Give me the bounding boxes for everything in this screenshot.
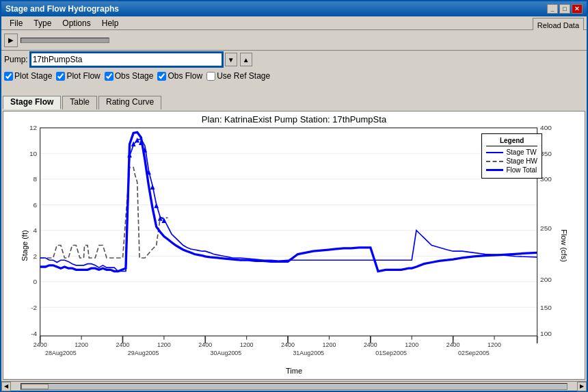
- svg-text:28Aug2005: 28Aug2005: [45, 350, 77, 356]
- svg-text:200: 200: [540, 276, 552, 283]
- play-button[interactable]: ▶: [4, 34, 18, 47]
- main-window: Stage and Flow Hydrographs _ □ ✕ File Ty…: [0, 0, 588, 392]
- scroll-track[interactable]: [21, 383, 567, 390]
- svg-text:01Sep2005: 01Sep2005: [375, 350, 407, 356]
- plot-flow-checkbox-item[interactable]: Plot Flow: [56, 71, 100, 81]
- svg-text:100: 100: [540, 330, 552, 337]
- svg-text:0: 0: [34, 278, 38, 285]
- horizontal-scrollbar[interactable]: ◀ ▶: [1, 381, 587, 391]
- svg-rect-0: [40, 128, 537, 336]
- plot-flow-checkbox[interactable]: [56, 72, 65, 81]
- svg-text:1200: 1200: [405, 341, 418, 348]
- tabs-row: Stage Flow Table Rating Curve: [1, 96, 587, 109]
- menu-help[interactable]: Help: [96, 18, 124, 28]
- legend-line-hw: [486, 161, 503, 162]
- window-title: Stage and Flow Hydrographs: [5, 4, 119, 14]
- pump-down-button[interactable]: ▼: [225, 53, 237, 66]
- svg-text:2: 2: [34, 252, 38, 260]
- pump-label: Pump:: [4, 55, 28, 64]
- svg-text:02Sep2005: 02Sep2005: [458, 350, 490, 356]
- pump-up-button[interactable]: ▲: [240, 53, 252, 66]
- svg-text:12: 12: [29, 124, 38, 131]
- svg-text:1200: 1200: [240, 341, 254, 348]
- maximize-button[interactable]: □: [559, 4, 570, 14]
- svg-text:150: 150: [540, 304, 552, 311]
- slider-track[interactable]: [21, 38, 109, 43]
- obs-stage-checkbox[interactable]: [105, 72, 113, 81]
- menu-file[interactable]: File: [4, 18, 28, 28]
- svg-text:30Aug2005: 30Aug2005: [211, 350, 242, 356]
- svg-text:-2: -2: [31, 304, 37, 311]
- legend-line-flow: [486, 169, 503, 171]
- data-table-container: Time Series Maximum Time at Max Volume(a…: [297, 51, 584, 92]
- title-bar: Stage and Flow Hydrographs _ □ ✕: [1, 1, 587, 16]
- svg-text:1200: 1200: [75, 341, 88, 348]
- legend-line-tw: [486, 152, 503, 153]
- svg-text:10: 10: [29, 150, 38, 157]
- minimize-button[interactable]: _: [547, 4, 558, 14]
- scroll-right-button[interactable]: ▶: [577, 382, 587, 391]
- plot-flow-label: Plot Flow: [66, 71, 100, 81]
- legend-label-flow: Flow Total: [506, 166, 537, 174]
- plot-stage-checkbox-item[interactable]: Plot Stage: [4, 71, 52, 81]
- scroll-thumb[interactable]: [21, 384, 49, 389]
- obs-flow-checkbox[interactable]: [157, 72, 166, 81]
- svg-text:250: 250: [540, 224, 552, 232]
- obs-stage-label: Obs Stage: [115, 71, 154, 81]
- menu-type[interactable]: Type: [28, 18, 57, 28]
- plot-stage-checkbox[interactable]: [4, 72, 13, 81]
- tab-rating-curve[interactable]: Rating Curve: [98, 96, 161, 109]
- chart-container: Plan: KatrinaExist Pump Station: 17thPum…: [3, 111, 585, 380]
- svg-text:400: 400: [540, 124, 552, 131]
- pump-select[interactable]: [31, 53, 222, 66]
- close-button[interactable]: ✕: [572, 4, 583, 14]
- svg-text:6: 6: [34, 201, 38, 209]
- scroll-left-button[interactable]: ◀: [1, 382, 11, 391]
- legend-box: Legend Stage TW Stage HW Flow Total: [481, 133, 542, 179]
- use-ref-stage-checkbox[interactable]: [206, 72, 215, 81]
- use-ref-stage-checkbox-item[interactable]: Use Ref Stage: [206, 71, 270, 81]
- svg-text:-4: -4: [31, 330, 37, 337]
- table-area: Pump: ▼ ▲ Plot Stage Plot Flow Obs Stage…: [1, 51, 587, 96]
- window-controls: _ □ ✕: [547, 4, 583, 14]
- svg-text:1200: 1200: [157, 341, 171, 348]
- legend-item-flow: Flow Total: [486, 166, 537, 174]
- svg-text:31Aug2005: 31Aug2005: [293, 350, 324, 356]
- use-ref-stage-label: Use Ref Stage: [217, 71, 270, 81]
- legend-title: Legend: [486, 137, 537, 146]
- toolbar: ▶: [1, 30, 587, 51]
- menu-bar: File Type Options Help Reload Data: [1, 16, 587, 30]
- plot-stage-label: Plot Stage: [14, 71, 52, 81]
- svg-text:1200: 1200: [487, 341, 501, 348]
- legend-item-hw: Stage HW: [486, 157, 537, 165]
- svg-text:8: 8: [34, 175, 38, 183]
- obs-flow-checkbox-item[interactable]: Obs Flow: [157, 71, 202, 81]
- svg-text:1200: 1200: [323, 341, 336, 348]
- obs-flow-label: Obs Flow: [168, 71, 202, 81]
- svg-text:29Aug2005: 29Aug2005: [128, 350, 159, 356]
- legend-item-tw: Stage TW: [486, 148, 537, 156]
- tab-table[interactable]: Table: [62, 96, 97, 109]
- tab-stage-flow[interactable]: Stage Flow: [3, 96, 61, 109]
- menu-options[interactable]: Options: [57, 18, 96, 28]
- legend-label-hw: Stage HW: [506, 157, 537, 165]
- obs-stage-checkbox-item[interactable]: Obs Stage: [105, 71, 154, 81]
- legend-label-tw: Stage TW: [506, 148, 536, 156]
- svg-text:4: 4: [34, 226, 38, 234]
